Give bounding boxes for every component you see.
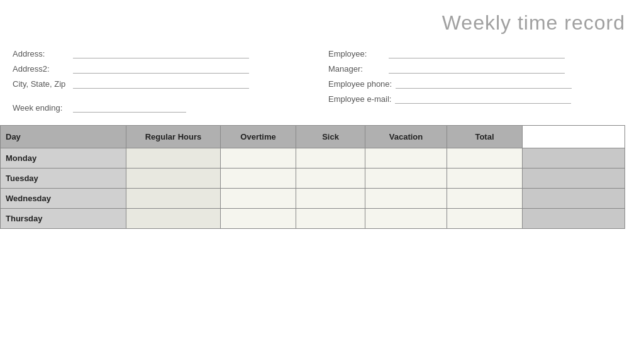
week-ending-label: Week ending: xyxy=(13,103,69,113)
table-row: Tuesday xyxy=(1,169,625,189)
header-total: Total xyxy=(447,126,523,148)
day-label-wednesday: Wednesday xyxy=(1,189,126,209)
employee-label: Employee: xyxy=(328,49,385,58)
header-day: Day xyxy=(1,126,126,148)
address2-row: Address2: xyxy=(13,62,309,74)
address1-input[interactable] xyxy=(73,47,249,58)
employee-phone-input[interactable] xyxy=(396,77,572,89)
title-area: Weekly time record xyxy=(0,0,644,41)
table-row: Wednesday xyxy=(1,189,625,209)
total-3 xyxy=(523,209,625,229)
vacation-0 xyxy=(447,148,523,169)
day-label-thursday: Thursday xyxy=(1,209,126,229)
form-area: Address: Address2: City, State, Zip Week… xyxy=(0,41,644,119)
header-regular-hours: Regular Hours xyxy=(126,126,221,148)
sick-2 xyxy=(365,189,447,209)
city-state-zip-row: City, State, Zip xyxy=(13,77,309,89)
manager-row: Manager: xyxy=(328,62,625,74)
regular-hours-0 xyxy=(221,148,296,169)
page-title: Weekly time record xyxy=(442,11,625,34)
total-1 xyxy=(523,169,625,189)
city-state-zip-label: City, State, Zip xyxy=(13,79,69,89)
address1-label: Address: xyxy=(13,49,69,58)
total-0 xyxy=(523,148,625,169)
overtime-1 xyxy=(296,169,365,189)
vacation-1 xyxy=(447,169,523,189)
manager-label: Manager: xyxy=(328,64,385,74)
form-left: Address: Address2: City, State, Zip Week… xyxy=(13,47,309,114)
sick-3 xyxy=(365,209,447,229)
day-label-tuesday: Tuesday xyxy=(1,169,126,189)
day-sub-cell-2 xyxy=(126,189,221,209)
vacation-2 xyxy=(447,189,523,209)
employee-phone-label: Employee phone: xyxy=(328,79,392,89)
regular-hours-3 xyxy=(221,209,296,229)
header-overtime: Overtime xyxy=(221,126,296,148)
table-header-row: Day Regular Hours Overtime Sick Vacation… xyxy=(1,126,625,148)
day-sub-cell-0 xyxy=(126,148,221,169)
day-label-monday: Monday xyxy=(1,148,126,169)
employee-row: Employee: xyxy=(328,47,625,58)
week-ending-row: Week ending: xyxy=(13,101,309,113)
employee-input[interactable] xyxy=(389,47,565,58)
overtime-3 xyxy=(296,209,365,229)
city-state-zip-input[interactable] xyxy=(73,77,249,89)
sick-0 xyxy=(365,148,447,169)
regular-hours-1 xyxy=(221,169,296,189)
employee-email-row: Employee e-mail: xyxy=(328,92,625,104)
day-sub-cell-3 xyxy=(126,209,221,229)
overtime-0 xyxy=(296,148,365,169)
regular-hours-2 xyxy=(221,189,296,209)
sick-1 xyxy=(365,169,447,189)
manager-input[interactable] xyxy=(389,62,565,74)
header-sick: Sick xyxy=(296,126,365,148)
address2-label: Address2: xyxy=(13,64,69,74)
employee-email-input[interactable] xyxy=(395,92,571,104)
employee-email-label: Employee e-mail: xyxy=(328,94,391,104)
day-sub-cell-1 xyxy=(126,169,221,189)
table-area: Day Regular Hours Overtime Sick Vacation… xyxy=(0,119,644,229)
address2-input[interactable] xyxy=(73,62,249,74)
employee-phone-row: Employee phone: xyxy=(328,77,625,89)
page: Weekly time record Address: Address2: Ci… xyxy=(0,0,644,354)
total-2 xyxy=(523,189,625,209)
table-row: Monday xyxy=(1,148,625,169)
time-record-table: Day Regular Hours Overtime Sick Vacation… xyxy=(0,125,625,229)
table-row: Thursday xyxy=(1,209,625,229)
overtime-2 xyxy=(296,189,365,209)
address1-row: Address: xyxy=(13,47,309,58)
vacation-3 xyxy=(447,209,523,229)
form-right: Employee: Manager: Employee phone: Emplo… xyxy=(309,47,625,114)
header-vacation: Vacation xyxy=(365,126,447,148)
week-ending-input[interactable] xyxy=(73,101,186,113)
